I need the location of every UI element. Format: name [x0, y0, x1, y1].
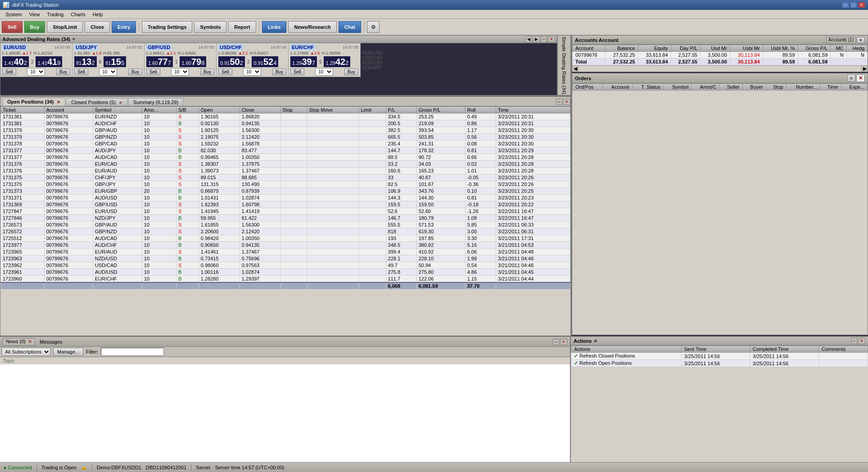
links-button[interactable]: Links: [262, 21, 287, 33]
col-gross-pl[interactable]: Gross P/L: [416, 107, 465, 113]
ocol-amnt[interactable]: Amnt/C: [692, 84, 719, 91]
manage-button[interactable]: Manage...: [53, 348, 83, 356]
rate-qty-eurchf[interactable]: 10: [315, 68, 333, 76]
col-sb[interactable]: S/B: [176, 107, 199, 113]
ocol-orderid[interactable]: Ord/Pos: [573, 84, 603, 91]
ocol-expir[interactable]: Expir...: [841, 84, 867, 91]
action-col-comments[interactable]: Comments: [819, 346, 868, 353]
rate-sell-usdchf[interactable]: Sell: [218, 68, 232, 75]
col-pl[interactable]: P/L: [386, 107, 416, 113]
actions-minimize[interactable]: ─: [851, 338, 857, 344]
col-roll[interactable]: Roll: [465, 107, 496, 113]
minimize-button[interactable]: ─: [842, 2, 849, 8]
rate-qty-gbpusd[interactable]: 10: [171, 68, 189, 76]
ocol-seller[interactable]: Seller: [719, 84, 742, 91]
trading-settings-button[interactable]: Trading Settings: [142, 21, 192, 33]
rate-qty-usdjpy[interactable]: 10: [99, 68, 117, 76]
rate-pair-gbpusd[interactable]: GBP/USD: [146, 44, 172, 50]
scroll-right-btn[interactable]: ▶: [861, 66, 868, 72]
rate-buy-usdjpy[interactable]: Buy: [128, 68, 142, 75]
rate-sell-eurusd[interactable]: Sell: [2, 68, 16, 75]
rates-scroll-left[interactable]: ◀: [525, 36, 532, 42]
col-close[interactable]: Close: [240, 107, 280, 113]
acol-day-pl[interactable]: Day P/L: [671, 45, 701, 52]
col-open[interactable]: Open: [199, 107, 240, 113]
ocol-t-status[interactable]: T. Status: [632, 84, 664, 91]
rate-buy-eurchf[interactable]: Buy: [344, 68, 358, 75]
tab-open-positions[interactable]: Open Positions (34) ✕: [2, 98, 65, 106]
news-minimize[interactable]: ─: [553, 339, 559, 345]
rates-minimize[interactable]: ─: [541, 36, 547, 42]
ocol-time[interactable]: Time: [820, 84, 841, 91]
rates-close[interactable]: ✕: [548, 36, 555, 42]
accounts-scrollbar[interactable]: ◀ ▶: [572, 65, 868, 72]
scroll-left-btn[interactable]: ◀: [572, 66, 579, 72]
news-close[interactable]: ✕: [560, 339, 567, 345]
report-button[interactable]: Report: [228, 21, 256, 33]
subscriptions-select[interactable]: All Subscriptions: [2, 348, 50, 356]
titlebar-controls[interactable]: ─ □ ✕: [842, 2, 865, 8]
col-account[interactable]: Account: [44, 107, 93, 113]
rate-sell-gbpusd[interactable]: Sell: [146, 68, 160, 75]
orders-tab-close[interactable]: ✕: [847, 74, 855, 82]
col-ticket[interactable]: Ticket: [1, 107, 45, 113]
maximize-button[interactable]: □: [850, 2, 857, 8]
acol-gross-pl[interactable]: Gross P/L: [798, 45, 831, 52]
messages-tab[interactable]: Messages: [37, 339, 65, 345]
close-button-toolbar[interactable]: Close: [85, 21, 110, 33]
orders-close-btn[interactable]: ✕: [856, 74, 865, 82]
menu-trading[interactable]: Trading: [43, 11, 67, 18]
ocol-stop[interactable]: Stop: [766, 84, 787, 91]
positions-close[interactable]: ✕: [563, 99, 570, 105]
buy-button[interactable]: Buy: [24, 21, 45, 33]
rate-buy-usdchf[interactable]: Buy: [272, 68, 286, 75]
col-amount[interactable]: Amo...: [142, 107, 176, 113]
simple-rates-tab[interactable]: Simple Dealing Rates (34): [557, 35, 571, 95]
rate-pair-usdjpy[interactable]: USD/JPY: [74, 44, 98, 50]
col-time[interactable]: Time: [496, 107, 570, 113]
rate-qty-eurusd[interactable]: 10: [27, 68, 45, 76]
acol-usd-mr[interactable]: Usd Mr: [701, 45, 730, 52]
acol-account[interactable]: Account: [573, 45, 606, 52]
rate-buy-eurusd[interactable]: Buy: [56, 68, 70, 75]
acol-usbl-mr[interactable]: Usbl Mr: [730, 45, 763, 52]
rate-sell-eurchf[interactable]: Sell: [290, 68, 304, 75]
tab-closed-positions[interactable]: Closed Positions (5) ✕: [66, 98, 127, 106]
menu-view[interactable]: View: [26, 11, 44, 18]
acol-hedg[interactable]: Hedg: [846, 45, 867, 52]
tab-close-open-positions[interactable]: ✕: [57, 100, 60, 104]
entry-button[interactable]: Entry: [112, 21, 136, 33]
filter-input[interactable]: [101, 348, 164, 356]
menu-help[interactable]: Help: [89, 11, 107, 18]
stop-limit-button[interactable]: Stop/Limit: [47, 21, 83, 33]
col-symbol[interactable]: Symbol: [93, 107, 142, 113]
symbols-button[interactable]: Symbols: [194, 21, 226, 33]
col-stop[interactable]: Stop: [280, 107, 307, 113]
acol-equity[interactable]: Equity: [638, 45, 671, 52]
rates-scroll-right[interactable]: ▶: [533, 36, 540, 42]
rate-pair-usdchf[interactable]: USD/CHF: [218, 44, 243, 50]
rate-pair-eurchf[interactable]: EUR/CHF: [290, 44, 315, 50]
tab-close-closed-positions[interactable]: ✕: [119, 100, 122, 105]
menu-system[interactable]: System: [2, 11, 26, 18]
tab-summary[interactable]: Summary (6,119.29): [128, 98, 183, 106]
action-col-sent[interactable]: Sent Time: [681, 346, 750, 353]
acol-mc[interactable]: MC: [831, 45, 846, 52]
news-tab[interactable]: News (0) ✕: [3, 338, 35, 345]
rate-qty-usdchf[interactable]: 10: [243, 68, 261, 76]
accounts-close-btn[interactable]: ✕: [857, 37, 865, 43]
news-tab-close[interactable]: ✕: [28, 339, 32, 344]
chat-button[interactable]: Chat: [339, 21, 361, 33]
action-col-actions[interactable]: Actions: [571, 346, 682, 353]
ocol-account[interactable]: Account: [602, 84, 632, 91]
acol-balance[interactable]: Balance: [605, 45, 638, 52]
col-stop-move[interactable]: Stop Move: [307, 107, 359, 113]
ocol-buyer[interactable]: Buyer: [742, 84, 766, 91]
toolbar-icon-button[interactable]: ⚙: [367, 21, 380, 33]
news-research-button[interactable]: News/Research: [288, 21, 336, 33]
rate-buy-gbpusd[interactable]: Buy: [200, 68, 214, 75]
advanced-rates-close-icon[interactable]: ✕: [72, 37, 76, 41]
rate-pair-eurusd[interactable]: EUR/USD: [2, 44, 27, 50]
ocol-number[interactable]: Number...: [786, 84, 820, 91]
close-button[interactable]: ✕: [858, 2, 865, 8]
